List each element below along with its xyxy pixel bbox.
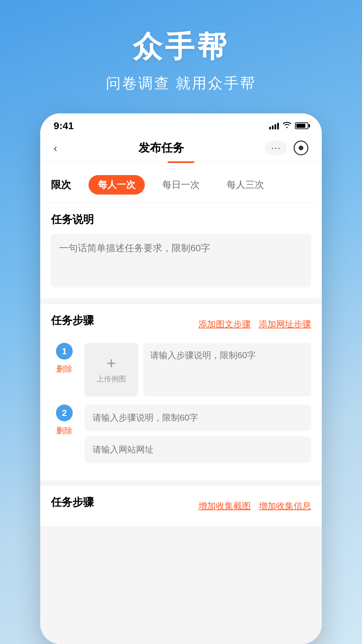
upload-image-box[interactable]: + 上传例图 — [84, 343, 138, 396]
back-button[interactable]: ‹ — [54, 142, 57, 154]
limit-label: 限次 — [51, 178, 78, 192]
bottom-steps-title: 任务步骤 — [51, 495, 94, 510]
status-bar: 9:41 — [40, 113, 322, 135]
bottom-section: 任务步骤 增加收集截图 增加收集信息 — [40, 486, 322, 526]
step-1-content: + 上传例图 — [84, 343, 311, 396]
upload-text: 上传例图 — [97, 374, 126, 384]
app-title: 众手帮 — [106, 27, 256, 67]
nav-actions: ··· — [265, 141, 308, 155]
step-1-item: 1 删除 + 上传例图 — [51, 343, 311, 396]
bottom-actions: 增加收集截图 增加收集信息 — [198, 500, 311, 512]
status-icons — [269, 121, 308, 130]
phone-content: 限次 每人一次 每日一次 每人三次 任务说明 任务步骤 添加图文步骤 添加网址步… — [40, 167, 322, 644]
step-2-desc-input[interactable] — [84, 405, 311, 431]
more-button[interactable]: ··· — [265, 141, 287, 155]
record-button[interactable] — [294, 141, 308, 155]
task-desc-title: 任务说明 — [51, 212, 311, 227]
upload-plus-icon: + — [107, 355, 116, 371]
nav-bar: ‹ 发布任务 ··· — [40, 135, 322, 161]
record-icon — [299, 146, 303, 150]
step-2-url-input[interactable] — [84, 436, 311, 463]
status-time: 9:41 — [54, 120, 74, 131]
step-1-left: 1 删除 — [51, 343, 78, 374]
signal-icon — [269, 122, 279, 129]
step-1-delete[interactable]: 删除 — [56, 364, 72, 374]
phone-mockup: 9:41 ‹ 发布任务 ··· — [40, 113, 322, 644]
header-section: 众手帮 问卷调查 就用众手帮 — [106, 0, 256, 113]
step-2-content — [84, 405, 311, 463]
collect-info-link[interactable]: 增加收集信息 — [259, 500, 311, 512]
step-2-item: 2 删除 — [51, 405, 311, 463]
task-steps-title: 任务步骤 — [51, 313, 94, 328]
add-url-step-link[interactable]: 添加网址步骤 — [259, 318, 311, 330]
wifi-icon — [283, 121, 291, 130]
bottom-header: 任务步骤 增加收集截图 增加收集信息 — [51, 495, 311, 517]
task-desc-input[interactable] — [51, 234, 311, 287]
limit-option-once[interactable]: 每人一次 — [88, 175, 145, 195]
limit-option-three[interactable]: 每人三次 — [217, 175, 274, 195]
add-image-step-link[interactable]: 添加图文步骤 — [198, 318, 251, 330]
step-2-number: 2 — [56, 405, 73, 421]
limit-options: 每人一次 每日一次 每人三次 — [88, 175, 274, 195]
collect-screenshot-link[interactable]: 增加收集截图 — [198, 500, 251, 512]
nav-title: 发布任务 — [138, 140, 184, 156]
task-desc-section: 任务说明 — [40, 203, 322, 298]
task-steps-section: 任务步骤 添加图文步骤 添加网址步骤 1 删除 + 上传例图 — [40, 304, 322, 480]
limit-section: 限次 每人一次 每日一次 每人三次 — [40, 167, 322, 203]
step-1-input[interactable] — [143, 343, 311, 396]
tab-indicator — [168, 161, 194, 163]
step-2-delete[interactable]: 删除 — [56, 425, 72, 436]
step-2-left: 2 删除 — [51, 405, 78, 436]
steps-actions: 添加图文步骤 添加网址步骤 — [198, 318, 311, 330]
step-1-number: 1 — [56, 343, 73, 360]
limit-option-daily[interactable]: 每日一次 — [153, 175, 209, 195]
app-subtitle: 问卷调查 就用众手帮 — [106, 73, 256, 93]
battery-icon — [295, 122, 308, 129]
steps-header: 任务步骤 添加图文步骤 添加网址步骤 — [51, 313, 311, 335]
